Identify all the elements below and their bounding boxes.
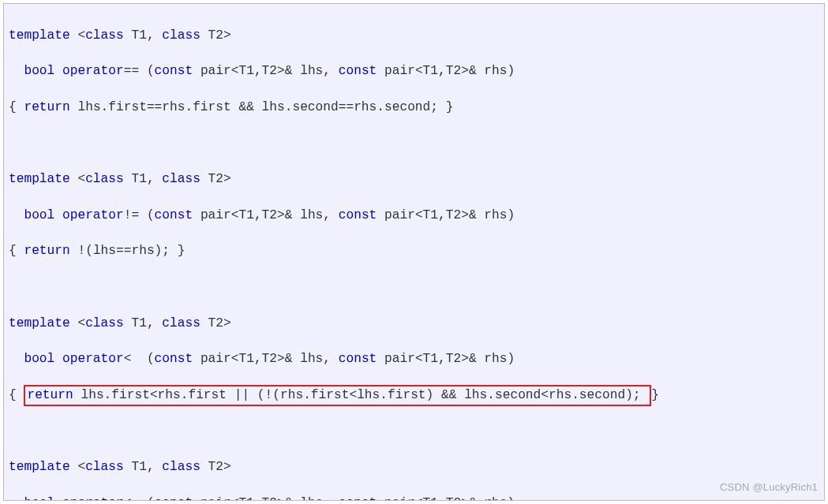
code-line: template <class T1, class T2>: [9, 315, 819, 333]
kw-const: const: [155, 208, 193, 222]
code-line: { return !(lhs==rhs); }: [9, 242, 819, 260]
code-line: bool operator<= (const pair<T1,T2>& lhs,…: [9, 495, 819, 501]
kw-template: template: [9, 172, 70, 186]
kw-class: class: [162, 172, 200, 186]
kw-operator: operator: [62, 64, 124, 78]
code-line: template <class T1, class T2>: [9, 458, 819, 476]
code-line-highlighted: { return lhs.first<rhs.first || (!(rhs.f…: [9, 386, 819, 405]
kw-operator: operator: [62, 496, 124, 501]
kw-class: class: [85, 172, 124, 186]
kw-return: return: [24, 244, 69, 258]
kw-class: class: [85, 28, 124, 43]
kw-const: const: [339, 64, 377, 78]
kw-return: return: [27, 388, 73, 402]
code-line: template <class T1, class T2>: [9, 170, 819, 189]
kw-const: const: [339, 496, 377, 501]
kw-template: template: [9, 316, 70, 330]
code-line: { return lhs.first==rhs.first && lhs.sec…: [9, 99, 819, 117]
kw-template: template: [9, 460, 70, 474]
blank-line: [9, 278, 819, 297]
kw-class: class: [162, 28, 200, 43]
kw-bool: bool: [24, 352, 54, 366]
kw-const: const: [155, 64, 193, 78]
code-line: bool operator< (const pair<T1,T2>& lhs, …: [9, 350, 819, 368]
kw-const: const: [339, 208, 377, 222]
kw-return: return: [24, 100, 69, 114]
kw-const: const: [155, 496, 193, 501]
kw-operator: operator: [62, 352, 124, 366]
code-line: template <class T1, class T2>: [9, 27, 819, 45]
kw-class: class: [162, 460, 200, 474]
kw-operator: operator: [62, 208, 124, 222]
kw-class: class: [162, 316, 200, 330]
kw-const: const: [339, 352, 377, 366]
code-line: bool operator== (const pair<T1,T2>& lhs,…: [9, 62, 819, 80]
kw-const: const: [155, 352, 193, 366]
highlight-box: return lhs.first<rhs.first || (!(rhs.fir…: [24, 385, 651, 406]
code-block: template <class T1, class T2> bool opera…: [3, 3, 825, 501]
kw-bool: bool: [24, 64, 54, 78]
blank-line: [9, 422, 819, 440]
blank-line: [9, 135, 819, 153]
kw-bool: bool: [24, 496, 54, 501]
kw-class: class: [85, 316, 124, 330]
code-line: bool operator!= (const pair<T1,T2>& lhs,…: [9, 207, 819, 225]
kw-bool: bool: [24, 208, 54, 222]
kw-class: class: [85, 460, 124, 474]
kw-template: template: [9, 28, 70, 43]
